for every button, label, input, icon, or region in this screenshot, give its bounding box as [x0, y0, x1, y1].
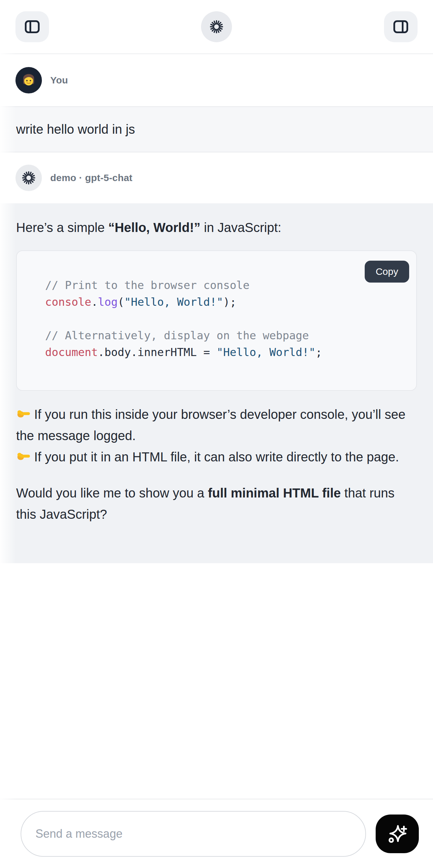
top-bar	[0, 0, 433, 54]
user-message-header: You	[0, 54, 433, 106]
user-avatar	[16, 67, 42, 93]
code-line: // Print to the browser console	[45, 277, 403, 293]
pointing-right-emoji	[16, 448, 31, 463]
assistant-avatar	[16, 165, 42, 191]
assistant-message: Here’s a simple “Hello, World!” in JavaS…	[0, 203, 433, 563]
intro-line: Here’s a simple “Hello, World!” in JavaS…	[16, 217, 417, 238]
person-emoji-icon	[19, 71, 38, 90]
intro-suffix: in JavaScript:	[200, 220, 281, 235]
pointing-right-emoji	[16, 406, 31, 421]
panel-right-icon	[392, 18, 409, 35]
question-prefix: Would you like me to show you a	[16, 486, 208, 500]
panel-left-icon	[24, 18, 41, 35]
assistant-message-header: demo · gpt-5-chat	[0, 152, 433, 203]
intro-bold: “Hello, World!”	[108, 220, 200, 235]
user-message-text: write hello world in js	[16, 122, 135, 136]
composer-bar	[0, 799, 433, 868]
copy-button[interactable]: Copy	[365, 261, 409, 283]
tips: If you run this inside your browser’s de…	[16, 404, 417, 467]
sparkles-icon	[386, 823, 408, 844]
code-line: // Alternatively, display on the webpage	[45, 327, 403, 344]
user-sender-name: You	[50, 75, 68, 86]
question-bold: full minimal HTML file	[208, 486, 341, 500]
starburst-icon	[209, 19, 224, 34]
model-button[interactable]	[201, 11, 232, 42]
send-button[interactable]	[376, 814, 419, 853]
assistant-sender-name: demo · gpt-5-chat	[50, 173, 132, 183]
tip-text: If you put it in an HTML file, it can al…	[34, 450, 399, 464]
code-line: document.body.innerHTML = "Hello, World!…	[45, 344, 403, 361]
right-panel-toggle-button[interactable]	[384, 11, 417, 42]
message-input[interactable]	[21, 811, 366, 857]
code-block: Copy // Print to the browser consolecons…	[16, 250, 417, 391]
tip-line: If you run this inside your browser’s de…	[16, 404, 417, 446]
code-line: console.log("Hello, World!");	[45, 293, 403, 310]
chat-empty-space	[0, 563, 433, 799]
user-message: write hello world in js	[0, 106, 433, 152]
tip-text: If you run this inside your browser’s de…	[16, 407, 405, 443]
question-line: Would you like me to show you a full min…	[16, 482, 417, 525]
code-line	[45, 310, 403, 327]
intro-prefix: Here’s a simple	[16, 220, 108, 235]
code-content: // Print to the browser consoleconsole.l…	[45, 277, 403, 361]
sidebar-toggle-button[interactable]	[16, 11, 49, 42]
starburst-icon	[21, 170, 36, 185]
tip-line: If you put it in an HTML file, it can al…	[16, 446, 417, 467]
